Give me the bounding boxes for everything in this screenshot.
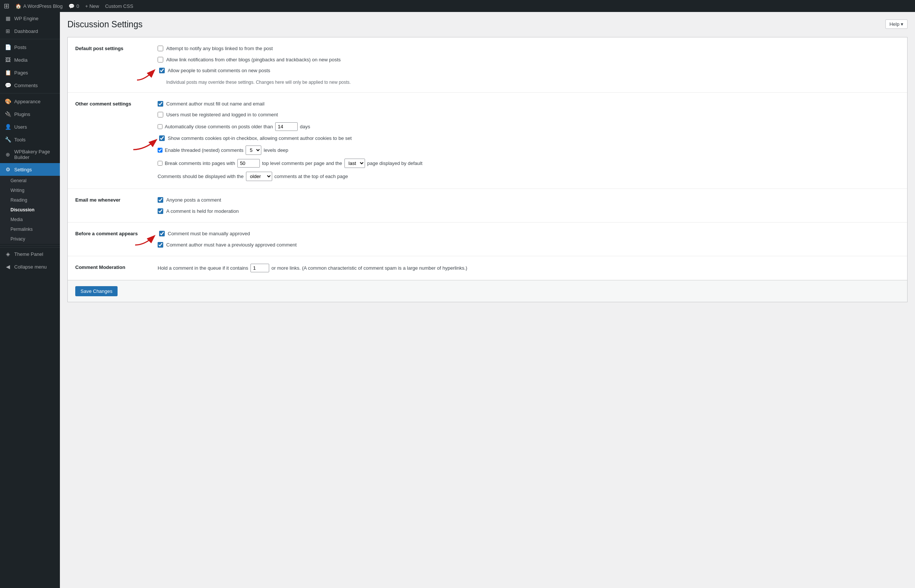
section-label-email-whenever: Email me whenever: [75, 196, 158, 215]
display-order-row: Comments should be displayed with the ol…: [158, 172, 900, 181]
label-held-moderation: A comment is held for moderation: [166, 208, 239, 215]
label-break-pages-mid: top level comments per page and the: [262, 160, 342, 166]
custom-css-link[interactable]: Custom CSS: [105, 3, 133, 9]
sidebar-item-theme-panel[interactable]: ◈ Theme Panel: [0, 248, 60, 260]
label-moderation-pre: Hold a comment in the queue if it contai…: [158, 265, 248, 271]
label-anyone-posts: Anyone posts a comment: [166, 196, 221, 204]
before-comment-controls: Comment must be manually approved Commen…: [158, 230, 900, 248]
home-icon: 🏠: [15, 3, 21, 9]
sidebar-item-pages[interactable]: 📋 Pages: [0, 66, 60, 79]
checkbox-cookies-opt-in[interactable]: [159, 136, 165, 141]
sidebar-item-collapse[interactable]: ◀ Collapse menu: [0, 260, 60, 273]
label-prev-approved: Comment author must have a previously ap…: [166, 241, 296, 249]
label-display-order-post: comments at the top of each page: [274, 174, 348, 179]
default-post-help-text: Individual posts may override these sett…: [166, 80, 900, 85]
checkbox-row-12: Comment must be manually approved: [159, 230, 250, 237]
checkbox-row-10: Anyone posts a comment: [158, 196, 900, 204]
display-order-select[interactable]: oldernewer: [246, 172, 272, 181]
checkbox-held-for-moderation[interactable]: [158, 208, 163, 214]
checkbox-manually-approved[interactable]: [159, 231, 165, 236]
checkbox-row-1: Attempt to notify any blogs linked to fr…: [158, 45, 900, 52]
settings-icon: ⚙: [5, 166, 11, 173]
break-pages-input[interactable]: [237, 159, 260, 168]
checkbox-row-4: Comment author must fill out name and em…: [158, 100, 900, 108]
checkbox-auto-close[interactable]: [158, 124, 162, 129]
arrow-1: [133, 63, 156, 82]
media-icon: 🖼: [5, 57, 11, 63]
section-label-comment-moderation: Comment Moderation: [75, 264, 158, 272]
checkbox-threaded-comments[interactable]: [158, 148, 162, 153]
checkbox-allow-pingbacks[interactable]: [158, 57, 163, 63]
submenu-permalinks[interactable]: Permalinks: [0, 225, 60, 234]
sidebar-item-media[interactable]: 🖼 Media: [0, 53, 60, 66]
checkbox-anyone-posts[interactable]: [158, 197, 163, 203]
threaded-depth-select[interactable]: 52346: [246, 145, 261, 155]
submenu-discussion[interactable]: Discussion: [0, 205, 60, 215]
label-cookies-opt-in: Show comments cookies opt-in checkbox, a…: [168, 135, 351, 142]
sidebar-item-wpengine[interactable]: ▦ WP Engine: [0, 12, 60, 25]
sidebar-item-comments[interactable]: 💬 Comments: [0, 79, 60, 92]
checkbox-prev-approved[interactable]: [158, 242, 163, 248]
checkbox-allow-comments[interactable]: [159, 68, 165, 73]
section-comment-moderation: Comment Moderation Hold a comment in the…: [68, 256, 907, 280]
label-registered-logged-in: Users must be registered and logged in t…: [166, 111, 278, 119]
comments-count[interactable]: 💬 0: [68, 3, 79, 9]
submenu-reading[interactable]: Reading: [0, 195, 60, 205]
sidebar-item-wpbakery[interactable]: ⊕ WPBakery Page Builder: [0, 146, 60, 163]
posts-icon: 📄: [5, 44, 11, 50]
settings-submenu: General Writing Reading Discussion Media…: [0, 176, 60, 244]
checkbox-author-name-email[interactable]: [158, 101, 163, 107]
main-content: Discussion Settings Help ▾ Default post …: [60, 12, 915, 588]
label-break-pages-post: page displayed by default: [367, 160, 422, 166]
checkbox-notify-blogs[interactable]: [158, 46, 163, 51]
label-allow-comments: Allow people to submit comments on new p…: [168, 67, 270, 74]
sidebar-item-tools[interactable]: 🔧 Tools: [0, 133, 60, 146]
save-settings-button[interactable]: Save Changes: [75, 286, 118, 296]
label-author-name-email: Comment author must fill out name and em…: [166, 100, 264, 108]
site-name[interactable]: 🏠 A WordPress Blog: [15, 3, 63, 9]
theme-panel-icon: ◈: [5, 250, 11, 257]
label-moderation-post: or more links. (A common characteristic …: [271, 265, 467, 271]
email-whenever-controls: Anyone posts a comment A comment is held…: [158, 196, 900, 215]
submenu-general[interactable]: General: [0, 176, 60, 186]
comments-icon: 💬: [5, 82, 11, 89]
moderation-links-row: Hold a comment in the queue if it contai…: [158, 264, 900, 272]
label-threaded-pre: Enable threaded (nested) comments: [165, 147, 243, 153]
label-display-order-pre: Comments should be displayed with the: [158, 174, 244, 179]
new-button[interactable]: + New: [85, 3, 99, 9]
checkbox-row-11: A comment is held for moderation: [158, 208, 900, 215]
wp-logo-icon[interactable]: ⊞: [4, 2, 9, 10]
users-icon: 👤: [5, 123, 11, 130]
section-before-comment-appears: Before a comment appears C: [68, 223, 907, 256]
sidebar-item-settings[interactable]: ⚙ Settings: [0, 163, 60, 176]
dashboard-icon: ⊞: [5, 27, 11, 34]
collapse-icon: ◀: [5, 263, 11, 270]
auto-close-row: Automatically close comments on posts ol…: [158, 122, 900, 131]
submenu-privacy[interactable]: Privacy: [0, 234, 60, 244]
submenu-media[interactable]: Media: [0, 215, 60, 225]
tools-icon: 🔧: [5, 136, 11, 143]
threaded-comments-row: Enable threaded (nested) comments 52346 …: [158, 145, 900, 155]
page-title: Discussion Settings: [67, 19, 143, 29]
label-notify-blogs: Attempt to notify any blogs linked to fr…: [166, 45, 273, 52]
auto-close-days-input[interactable]: [275, 122, 298, 131]
help-button[interactable]: Help ▾: [886, 19, 907, 29]
label-auto-close-post: days: [300, 124, 310, 129]
sidebar-item-plugins[interactable]: 🔌 Plugins: [0, 108, 60, 120]
sidebar-item-appearance[interactable]: 🎨 Appearance: [0, 95, 60, 108]
sidebar-item-users[interactable]: 👤 Users: [0, 120, 60, 133]
break-pages-select[interactable]: lastfirst: [345, 158, 365, 168]
checkbox-registered-logged-in[interactable]: [158, 112, 163, 118]
pages-icon: 📋: [5, 69, 11, 76]
arrow-3: [133, 228, 156, 247]
content-header: Discussion Settings Help ▾: [67, 19, 907, 29]
submenu-writing[interactable]: Writing: [0, 186, 60, 195]
wpengine-icon: ▦: [5, 15, 11, 22]
moderation-links-input[interactable]: [251, 264, 269, 272]
sidebar-item-posts[interactable]: 📄 Posts: [0, 41, 60, 53]
comment-icon: 💬: [68, 3, 74, 9]
sidebar-item-dashboard[interactable]: ⊞ Dashboard: [0, 25, 60, 37]
arrow-2: [131, 133, 158, 152]
checkbox-break-pages[interactable]: [158, 161, 162, 166]
plugins-icon: 🔌: [5, 111, 11, 118]
